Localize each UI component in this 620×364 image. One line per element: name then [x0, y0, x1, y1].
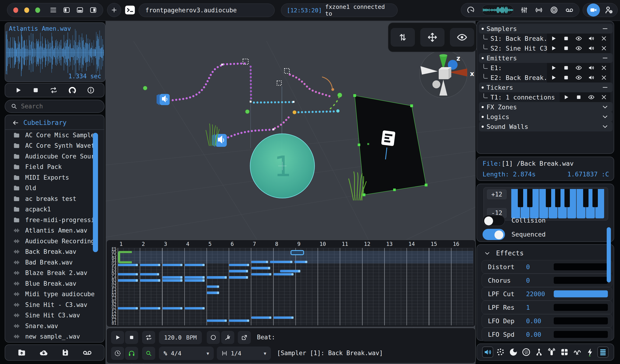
inspector-scrollbar[interactable]: [607, 227, 611, 282]
library-title[interactable]: CubeLibrary: [23, 119, 66, 127]
save-icon[interactable]: [61, 348, 70, 357]
grid-icon[interactable]: [559, 347, 570, 358]
chevron-down-icon[interactable]: [602, 123, 609, 130]
effect-slider[interactable]: [554, 277, 608, 284]
stop-icon[interactable]: [563, 74, 569, 81]
black-key[interactable]: [546, 189, 551, 207]
volume-knob-icon[interactable]: [68, 86, 77, 95]
play-icon[interactable]: [550, 45, 557, 52]
midi-note[interactable]: [162, 264, 183, 266]
midi-note[interactable]: [229, 264, 249, 266]
tape-icon[interactable]: [82, 348, 92, 357]
speaker-icon[interactable]: [588, 65, 595, 71]
library-item[interactable]: Sine Hit C3.wav: [5, 310, 104, 321]
black-key[interactable]: [527, 189, 532, 207]
path-handles[interactable]: [221, 64, 294, 130]
view-tool-button[interactable]: [450, 28, 474, 47]
info-icon[interactable]: [87, 86, 95, 94]
monitor-button[interactable]: [125, 347, 138, 360]
library-item[interactable]: Atlantis Amen.wav: [5, 225, 104, 236]
midi-note[interactable]: [140, 307, 160, 310]
loop-icon[interactable]: [50, 86, 58, 94]
midi-note[interactable]: [118, 279, 138, 282]
collapse-icon[interactable]: [602, 25, 609, 32]
library-item[interactable]: Blue Break.wav: [5, 278, 104, 289]
library-item[interactable]: Sine Hit - C3.wav: [5, 299, 104, 310]
black-key[interactable]: [555, 189, 560, 207]
library-item[interactable]: MIDI Exports: [5, 172, 104, 183]
midi-note[interactable]: [185, 264, 205, 266]
hierarchy-item[interactable]: S1: Back Break.wa: [479, 34, 613, 43]
midi-note[interactable]: [270, 261, 292, 263]
black-key[interactable]: [518, 189, 523, 207]
cyan-node[interactable]: [336, 109, 340, 113]
target-icon[interactable]: [550, 6, 558, 15]
effect-slider[interactable]: [554, 304, 608, 311]
hierarchy-item[interactable]: S2: Sine Hit C3.w: [479, 43, 613, 53]
midi-note[interactable]: [185, 276, 205, 279]
stop-icon[interactable]: [32, 87, 39, 94]
library-item[interactable]: AC Core Synth Wavef: [5, 141, 104, 151]
midi-note[interactable]: [140, 273, 159, 276]
close-icon[interactable]: [601, 35, 607, 42]
stop-icon[interactable]: [563, 45, 569, 52]
eye-icon[interactable]: [575, 35, 582, 42]
terminal-icon[interactable]: [124, 4, 136, 16]
effects-header[interactable]: Effects: [484, 249, 524, 257]
note-grid[interactable]: [118, 248, 473, 325]
chevron-down-icon[interactable]: [602, 113, 609, 120]
haptic-icon[interactable]: [546, 347, 557, 358]
panel-left-icon[interactable]: [63, 6, 70, 14]
midi-note[interactable]: [162, 279, 183, 282]
project-title-field[interactable]: frontpageherov3.audiocube: [139, 3, 275, 17]
midi-note[interactable]: [251, 267, 270, 269]
black-key[interactable]: [592, 189, 598, 207]
hierarchy-section-logics[interactable]: Logics: [479, 112, 613, 122]
midi-note[interactable]: [185, 279, 205, 282]
maximize-window-button[interactable]: [35, 7, 40, 13]
metronome-button[interactable]: [111, 347, 124, 360]
effect-value[interactable]: 0.00: [526, 317, 554, 325]
minimize-window-button[interactable]: [24, 7, 29, 13]
midi-note[interactable]: [229, 270, 248, 272]
midi-note[interactable]: [294, 261, 307, 263]
effect-value[interactable]: 0: [526, 263, 554, 271]
midi-note[interactable]: [280, 270, 300, 272]
eye-icon[interactable]: [575, 45, 582, 52]
sort-tool-button[interactable]: [391, 28, 415, 47]
play-icon[interactable]: [15, 87, 22, 94]
particles-icon[interactable]: [495, 347, 506, 358]
midi-note[interactable]: [251, 317, 271, 319]
library-item[interactable]: Bad Break.wav: [5, 257, 104, 268]
play-icon[interactable]: [550, 35, 557, 42]
speaker-icon[interactable]: [482, 347, 493, 358]
beat-ruler[interactable]: 12345678910111213141516: [118, 240, 473, 248]
library-search[interactable]: [5, 100, 105, 113]
effect-slider[interactable]: [554, 331, 608, 338]
effect-value[interactable]: 22000: [526, 290, 554, 298]
collapse-icon[interactable]: [602, 84, 609, 91]
stop-icon[interactable]: [563, 35, 569, 42]
cloud-download-icon[interactable]: [39, 348, 48, 357]
midi-note[interactable]: [229, 276, 248, 279]
new-tab-button[interactable]: [107, 3, 121, 17]
amber-node[interactable]: [293, 110, 296, 114]
user-settings-icon[interactable]: [604, 5, 613, 15]
folder-upload-icon[interactable]: [17, 348, 26, 357]
green-node[interactable]: [143, 86, 147, 90]
voicemail-icon[interactable]: [565, 5, 574, 15]
library-item[interactable]: Audiocube Core Sour: [5, 151, 104, 162]
loop-marker[interactable]: [118, 251, 132, 263]
midi-note[interactable]: [140, 264, 160, 266]
play-icon[interactable]: [550, 65, 557, 71]
move-tool-button[interactable]: [420, 28, 445, 47]
speaker-icon[interactable]: [588, 45, 595, 52]
midi-note[interactable]: [207, 320, 227, 322]
library-item[interactable]: AC Core Misc Sample: [5, 130, 104, 141]
hierarchy-item[interactable]: T1: 1 connections: [479, 92, 613, 102]
loop-button[interactable]: [142, 331, 155, 344]
sound-wall[interactable]: [353, 94, 428, 196]
mixer-icon[interactable]: [520, 6, 528, 14]
effect-slider[interactable]: [554, 263, 608, 270]
close-icon[interactable]: [601, 74, 607, 81]
